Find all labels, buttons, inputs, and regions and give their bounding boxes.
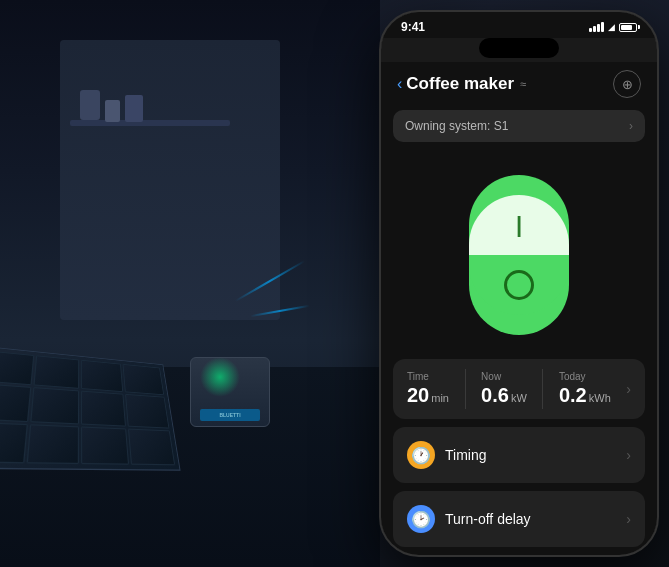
- delay-icon: 🕑: [407, 505, 435, 533]
- shelf-item: [125, 95, 143, 122]
- delay-label: Turn-off delay: [445, 511, 531, 527]
- signal-bars: [589, 22, 604, 32]
- garage-scene: BLUETTI: [0, 0, 380, 567]
- status-icons: ◢: [589, 22, 637, 32]
- wifi-status-icon: ≈: [520, 78, 526, 90]
- phone-container: 9:41 ◢: [379, 10, 659, 557]
- status-time: 9:41: [401, 20, 425, 34]
- shelf-item: [105, 100, 120, 122]
- stat-divider: [465, 369, 466, 409]
- toggle-on-section: |: [469, 195, 569, 255]
- toggle-area: |: [381, 150, 657, 359]
- owning-system-label: Owning system: S1: [405, 119, 508, 133]
- page-title: Coffee maker: [406, 74, 514, 94]
- stat-today: Today 0.2 kWh: [559, 371, 611, 407]
- stat-now-unit: kW: [511, 392, 527, 404]
- stat-today-label: Today: [559, 371, 611, 382]
- timing-icon: 🕐: [407, 441, 435, 469]
- garage-shelf: [70, 120, 230, 126]
- chevron-right-icon: ›: [629, 119, 633, 133]
- stat-time-label: Time: [407, 371, 449, 382]
- stat-divider: [542, 369, 543, 409]
- app-content: ‹ Coffee maker ≈ ⊕ Owning system: S1 ›: [381, 62, 657, 555]
- turn-off-delay-row[interactable]: 🕑 Turn-off delay ›: [393, 491, 645, 547]
- info-button[interactable]: ⊕: [613, 70, 641, 98]
- wifi-icon: ◢: [608, 22, 615, 32]
- timing-row[interactable]: 🕐 Timing ›: [393, 427, 645, 483]
- shelf-item: [80, 90, 100, 120]
- phone-screen: 9:41 ◢: [381, 12, 657, 555]
- back-arrow-icon: ‹: [397, 75, 402, 93]
- stat-today-value: 0.2 kWh: [559, 384, 611, 407]
- nav-header: ‹ Coffee maker ≈ ⊕: [381, 62, 657, 106]
- green-glow: [200, 357, 240, 397]
- stats-chevron-icon: ›: [626, 381, 631, 397]
- power-toggle-button[interactable]: |: [469, 175, 569, 335]
- dynamic-island: [479, 38, 559, 58]
- phone-frame: 9:41 ◢: [379, 10, 659, 557]
- garage-wall: [60, 40, 280, 320]
- stat-now-label: Now: [481, 371, 527, 382]
- clock-delay-icon: 🕑: [411, 510, 431, 529]
- toggle-off-section: [469, 255, 569, 315]
- stats-row[interactable]: Time 20 min Now 0.6 kW: [393, 359, 645, 419]
- stat-now-value: 0.6 kW: [481, 384, 527, 407]
- solar-panel: [0, 346, 181, 471]
- timing-left: 🕐 Timing: [407, 441, 487, 469]
- stat-now: Now 0.6 kW: [481, 371, 527, 407]
- stat-time: Time 20 min: [407, 371, 449, 407]
- power-off-icon: [504, 270, 534, 300]
- nav-back-button[interactable]: ‹: [397, 75, 402, 93]
- stat-time-unit: min: [431, 392, 449, 404]
- timing-chevron-icon: ›: [626, 447, 631, 463]
- info-icon: ⊕: [622, 77, 633, 92]
- owning-system-row[interactable]: Owning system: S1 ›: [393, 110, 645, 142]
- stat-time-value: 20 min: [407, 384, 449, 407]
- clock-icon: 🕐: [411, 446, 431, 465]
- stat-today-unit: kWh: [589, 392, 611, 404]
- timing-label: Timing: [445, 447, 487, 463]
- nav-title-area: Coffee maker ≈: [406, 74, 613, 94]
- status-bar: 9:41 ◢: [381, 12, 657, 38]
- power-on-icon: |: [516, 214, 522, 236]
- delay-chevron-icon: ›: [626, 511, 631, 527]
- delay-left: 🕑 Turn-off delay: [407, 505, 531, 533]
- battery-icon: [619, 23, 637, 32]
